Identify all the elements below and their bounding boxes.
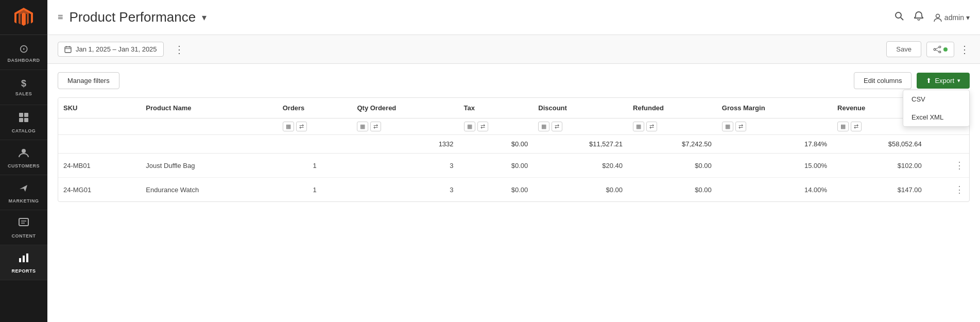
sort-discount-swap-icon[interactable]: ⇄ <box>552 122 562 131</box>
sidebar-item-sales[interactable]: $ SALES <box>0 70 47 105</box>
row2-sku: 24-MG01 <box>58 178 141 202</box>
calendar-icon <box>64 46 72 53</box>
row1-discount: $20.40 <box>533 154 628 178</box>
totals-revenue: $58,052.64 <box>832 135 927 154</box>
sort-sku <box>58 118 141 135</box>
totals-qty: 1332 <box>352 135 458 154</box>
page-title: Product Performance <box>70 9 196 25</box>
date-range-picker[interactable]: Jan 1, 2025 – Jan 31, 2025 <box>58 42 164 57</box>
sidebar-item-label: REPORTS <box>11 268 36 274</box>
svg-rect-6 <box>24 118 28 122</box>
sort-refunded-swap-icon[interactable]: ⇄ <box>646 122 657 131</box>
sort-revenue-bar-icon[interactable]: ▦ <box>837 122 849 131</box>
export-wrapper: ⬆ Export ▾ CSV Excel XML <box>917 73 970 89</box>
sidebar-item-reports[interactable]: REPORTS <box>0 245 47 280</box>
sidebar-logo <box>0 0 47 35</box>
totals-orders <box>278 135 352 154</box>
sort-revenue-swap-icon[interactable]: ⇄ <box>851 122 862 131</box>
content-icon <box>18 217 29 231</box>
row2-revenue: $147.00 <box>832 178 927 202</box>
svg-point-16 <box>936 14 939 18</box>
row2-qty: 3 <box>352 178 458 202</box>
svg-line-24 <box>936 47 939 48</box>
table-row: 24-MB01 Joust Duffle Bag 1 3 $0.00 $20.4… <box>58 154 969 178</box>
sort-orders-bar-icon[interactable]: ▦ <box>283 122 294 131</box>
export-dropdown-arrow: ▾ <box>957 77 960 84</box>
svg-marker-2 <box>22 12 26 26</box>
totals-gross-margin: 17.84% <box>717 135 832 154</box>
row1-product-name: Joust Duffle Bag <box>141 154 277 178</box>
admin-label[interactable]: admin ▾ <box>933 13 970 22</box>
customers-icon <box>18 147 29 161</box>
row1-orders: 1 <box>278 154 352 178</box>
sort-discount: ▦ ⇄ <box>533 118 628 135</box>
sidebar-item-label: CATALOG <box>12 128 36 133</box>
sort-orders-swap-icon[interactable]: ⇄ <box>296 122 307 131</box>
row2-actions[interactable]: ⋮ <box>927 178 969 202</box>
toolbar-kebab-icon[interactable]: ⋮ <box>959 43 970 56</box>
marketing-icon <box>18 182 29 196</box>
sidebar-item-content[interactable]: CONTENT <box>0 210 47 245</box>
col-gross-margin: Gross Margin <box>717 98 832 118</box>
reports-icon <box>18 252 29 266</box>
totals-row: 1332 $0.00 $11,527.21 $7,242.50 17.84% $… <box>58 135 969 154</box>
row1-gross-margin: 15.00% <box>717 154 832 178</box>
svg-rect-5 <box>19 118 23 122</box>
export-csv-option[interactable]: CSV <box>903 90 969 108</box>
sort-margin-swap-icon[interactable]: ⇄ <box>735 122 746 131</box>
totals-actions <box>927 135 969 154</box>
sort-tax-bar-icon[interactable]: ▦ <box>464 122 475 131</box>
topbar-right: admin ▾ <box>894 11 970 24</box>
title-dropdown-icon[interactable]: ▾ <box>202 12 207 23</box>
svg-point-23 <box>934 48 936 50</box>
sidebar-item-label: DASHBOARD <box>8 58 40 63</box>
totals-refunded: $7,242.50 <box>628 135 717 154</box>
svg-point-14 <box>896 12 901 18</box>
sort-qty-bar-icon[interactable]: ▦ <box>357 122 368 131</box>
sidebar-item-marketing[interactable]: MARKETING <box>0 175 47 210</box>
edit-columns-button[interactable]: Edit columns <box>854 72 912 89</box>
totals-sku <box>58 135 141 154</box>
sidebar-item-label: MARKETING <box>9 198 39 204</box>
sidebar-item-label: CUSTOMERS <box>8 163 40 168</box>
row1-sku: 24-MB01 <box>58 154 141 178</box>
row2-orders: 1 <box>278 178 352 202</box>
notifications-icon[interactable] <box>914 11 924 24</box>
svg-point-7 <box>22 149 26 153</box>
date-range-text: Jan 1, 2025 – Jan 31, 2025 <box>76 45 157 53</box>
sort-tax: ▦ ⇄ <box>459 118 534 135</box>
sort-margin-bar-icon[interactable]: ▦ <box>722 122 733 131</box>
sort-discount-bar-icon[interactable]: ▦ <box>538 122 549 131</box>
svg-rect-11 <box>19 258 21 262</box>
sort-refunded: ▦ ⇄ <box>628 118 717 135</box>
row1-actions[interactable]: ⋮ <box>927 154 969 178</box>
catalog-icon <box>18 112 29 126</box>
sidebar-item-customers[interactable]: CUSTOMERS <box>0 140 47 175</box>
sidebar-item-dashboard[interactable]: ⊙ DASHBOARD <box>0 35 47 70</box>
row2-product-name: Endurance Watch <box>141 178 277 202</box>
sidebar-item-catalog[interactable]: CATALOG <box>0 105 47 140</box>
sidebar-item-label: SALES <box>15 91 32 96</box>
export-excel-option[interactable]: Excel XML <box>903 108 969 126</box>
share-icon <box>933 46 941 53</box>
sales-icon: $ <box>21 78 26 89</box>
export-dropdown: CSV Excel XML <box>903 90 970 127</box>
totals-product-name <box>141 135 277 154</box>
sort-product-name <box>141 118 277 135</box>
toolbar-right: Save ⋮ <box>886 41 970 57</box>
manage-filters-button[interactable]: Manage filters <box>58 72 119 89</box>
menu-icon[interactable]: ≡ <box>58 12 63 23</box>
search-icon[interactable] <box>894 11 904 24</box>
col-product-name: Product Name <box>141 98 277 118</box>
sort-tax-swap-icon[interactable]: ⇄ <box>477 122 488 131</box>
share-button[interactable] <box>926 42 954 57</box>
sort-qty-swap-icon[interactable]: ⇄ <box>370 122 381 131</box>
svg-point-21 <box>939 46 941 48</box>
row1-qty: 3 <box>352 154 458 178</box>
sort-refunded-bar-icon[interactable]: ▦ <box>633 122 644 131</box>
row2-refunded: $0.00 <box>628 178 717 202</box>
dashboard-icon: ⊙ <box>19 42 28 56</box>
save-button[interactable]: Save <box>886 41 921 57</box>
toolbar-more-icon[interactable]: ⋮ <box>174 43 184 56</box>
export-button[interactable]: ⬆ Export ▾ <box>917 73 970 89</box>
